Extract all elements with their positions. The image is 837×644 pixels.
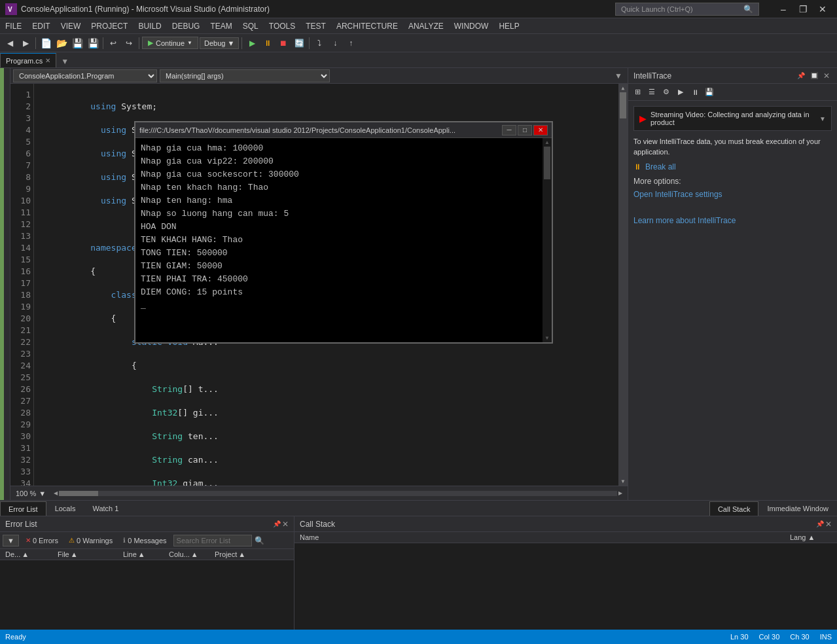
error-list-columns: De... ▲ File ▲ Line ▲ Colu... ▲ Project … bbox=[0, 549, 294, 560]
status-ch: Ch 30 bbox=[790, 633, 809, 641]
console-scrollbar[interactable]: ▲ ▼ bbox=[543, 138, 552, 342]
stop-button[interactable]: ⏹ bbox=[276, 36, 291, 50]
undo-button[interactable]: ↩ bbox=[106, 36, 120, 50]
cs-col-name[interactable]: Name bbox=[294, 532, 785, 543]
col-description[interactable]: De... ▲ bbox=[0, 549, 52, 560]
save-button[interactable]: 💾 bbox=[70, 36, 84, 50]
menu-project[interactable]: PROJECT bbox=[86, 18, 133, 34]
console-scroll-up[interactable]: ▲ bbox=[544, 139, 550, 145]
warning-icon: ⚠ bbox=[69, 537, 75, 544]
cs-col-lang[interactable]: Lang ▲ bbox=[785, 532, 837, 543]
streaming-dropdown-icon[interactable]: ▼ bbox=[819, 115, 826, 122]
learn-more-intellitrace-link[interactable]: Learn more about IntelliTrace bbox=[633, 215, 832, 226]
step-into-button[interactable]: ↓ bbox=[328, 36, 342, 50]
svg-text:V: V bbox=[8, 6, 12, 13]
minimize-button[interactable]: – bbox=[774, 3, 792, 16]
method-select[interactable]: Main(string[] args) bbox=[160, 69, 330, 82]
console-maximize-button[interactable]: □ bbox=[518, 125, 532, 135]
menu-test[interactable]: TEST bbox=[300, 18, 331, 34]
menu-build[interactable]: BUILD bbox=[133, 18, 166, 34]
col-file[interactable]: File ▲ bbox=[52, 549, 118, 560]
pause-button[interactable]: ⏸ bbox=[260, 36, 275, 50]
menu-edit[interactable]: EDIT bbox=[27, 18, 55, 34]
it-pause-icon[interactable]: ⏸ bbox=[688, 86, 702, 99]
zoom-dropdown-icon[interactable]: ▼ bbox=[39, 490, 46, 497]
error-filter-button[interactable]: ▼ bbox=[3, 535, 19, 546]
tab-close-icon[interactable]: ✕ bbox=[45, 57, 50, 64]
it-play-icon[interactable]: ▶ bbox=[674, 86, 687, 99]
toolbar-separator-5 bbox=[309, 37, 310, 49]
menu-analyze[interactable]: ANALYZE bbox=[403, 18, 449, 34]
menu-tools[interactable]: TOOLS bbox=[264, 18, 300, 34]
tab-immediate-window[interactable]: Immediate Window bbox=[758, 501, 837, 516]
menu-window[interactable]: WINDOW bbox=[449, 18, 494, 34]
console-line-9: TONG TIEN: 500000 bbox=[141, 247, 537, 260]
new-file-button[interactable]: 📄 bbox=[39, 36, 53, 50]
redo-button[interactable]: ↪ bbox=[122, 36, 136, 50]
call-stack-close-icon[interactable]: ✕ bbox=[825, 520, 832, 529]
continue-button[interactable]: ▶ Continue ▼ bbox=[142, 37, 198, 49]
menu-architecture[interactable]: ARCHITECTURE bbox=[331, 18, 403, 34]
console-minimize-button[interactable]: ─ bbox=[502, 125, 516, 135]
menu-help[interactable]: HELP bbox=[493, 18, 524, 34]
streaming-text: Streaming Video: Collecting and analyzin… bbox=[650, 111, 815, 126]
tab-program-cs[interactable]: Program.cs ✕ bbox=[0, 53, 56, 67]
maximize-button[interactable]: ❐ bbox=[794, 3, 812, 16]
scroll-thumb[interactable] bbox=[620, 92, 626, 118]
restart-button[interactable]: 🔄 bbox=[292, 36, 306, 50]
back-button[interactable]: ◀ bbox=[3, 36, 17, 50]
col-column[interactable]: Colu... ▲ bbox=[164, 549, 209, 560]
step-out-button[interactable]: ↑ bbox=[344, 36, 358, 50]
hscroll-right-arrow[interactable]: ▶ bbox=[618, 490, 622, 496]
tab-overflow-button[interactable]: ▼ bbox=[57, 56, 73, 67]
intellitrace-pin-icon[interactable]: 📌 bbox=[795, 72, 807, 79]
streaming-banner[interactable]: ▶ Streaming Video: Collecting and analyz… bbox=[633, 106, 832, 131]
it-gear-icon[interactable]: ⚙ bbox=[660, 86, 673, 99]
debug-config-select[interactable]: Debug ▼ bbox=[200, 37, 239, 49]
tab-watch-1[interactable]: Watch 1 bbox=[84, 501, 127, 516]
namespace-select[interactable]: ConsoleApplication1.Program bbox=[13, 69, 157, 82]
intellitrace-close-icon[interactable]: ✕ bbox=[821, 71, 832, 80]
it-list-icon[interactable]: ☰ bbox=[645, 86, 658, 99]
tab-locals[interactable]: Locals bbox=[46, 501, 84, 516]
scroll-down-arrow[interactable]: ▼ bbox=[622, 478, 625, 484]
hscroll-thumb[interactable] bbox=[59, 491, 98, 496]
call-stack-pin-icon[interactable]: 📌 bbox=[816, 520, 824, 528]
console-scroll-thumb[interactable] bbox=[544, 147, 550, 179]
menu-team[interactable]: TEAM bbox=[205, 18, 237, 34]
editor-scrollbar[interactable]: ▲ ▼ bbox=[618, 84, 628, 486]
it-save-icon[interactable]: 💾 bbox=[703, 86, 716, 99]
console-close-button[interactable]: ✕ bbox=[533, 125, 548, 135]
call-stack-panel: Call Stack 📌 ✕ Name Lang ▲ bbox=[294, 516, 837, 644]
error-list-close-icon[interactable]: ✕ bbox=[282, 520, 289, 529]
intellitrace-float-icon[interactable]: 🔲 bbox=[808, 72, 820, 79]
step-over-button[interactable]: ⤵ bbox=[312, 36, 327, 50]
scroll-up-arrow[interactable]: ▲ bbox=[622, 85, 625, 91]
search-error-icon[interactable]: 🔍 bbox=[255, 536, 264, 545]
console-scroll-down[interactable]: ▼ bbox=[544, 335, 550, 341]
save-all-button[interactable]: 💾 bbox=[86, 36, 100, 50]
forward-button[interactable]: ▶ bbox=[18, 36, 33, 50]
line-numbers: 1234567891011121314151617181920212223242… bbox=[10, 84, 34, 486]
col-line[interactable]: Line ▲ bbox=[118, 549, 164, 560]
open-file-button[interactable]: 📂 bbox=[54, 36, 69, 50]
search-icon[interactable]: 🔍 bbox=[743, 5, 753, 14]
col-project[interactable]: Project ▲ bbox=[209, 549, 262, 560]
continue-dropdown-icon[interactable]: ▼ bbox=[187, 40, 192, 46]
hscroll-left-arrow[interactable]: ◀ bbox=[54, 490, 58, 496]
it-grid-icon[interactable]: ⊞ bbox=[631, 86, 644, 99]
search-error-list-input[interactable] bbox=[173, 535, 252, 546]
menu-debug[interactable]: DEBUG bbox=[167, 18, 205, 34]
nav-collapse-button[interactable]: ▼ bbox=[612, 71, 625, 80]
tab-error-list[interactable]: Error List bbox=[0, 501, 46, 516]
menu-sql[interactable]: SQL bbox=[238, 18, 264, 34]
break-all-button[interactable]: Break all bbox=[645, 162, 676, 171]
tab-call-stack[interactable]: Call Stack bbox=[709, 501, 759, 516]
error-list-pin-icon[interactable]: 📌 bbox=[273, 520, 281, 528]
hscroll-track[interactable] bbox=[59, 491, 617, 496]
open-intellitrace-settings-link[interactable]: Open IntelliTrace settings bbox=[633, 188, 832, 200]
menu-file[interactable]: FILE bbox=[0, 18, 27, 34]
start-debug-button[interactable]: ▶ bbox=[245, 36, 259, 50]
close-button[interactable]: ✕ bbox=[813, 3, 832, 16]
menu-view[interactable]: VIEW bbox=[56, 18, 86, 34]
